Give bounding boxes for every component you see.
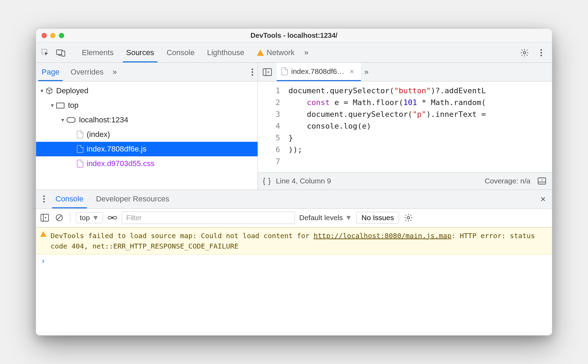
tab-lighthouse[interactable]: Lighthouse [201,43,251,62]
tree-deployed[interactable]: ▼ Deployed [36,84,258,98]
more-editor-tabs-icon[interactable]: » [361,68,372,77]
svg-point-5 [541,49,542,51]
editor-statusbar: { } Line 4, Column 9 Coverage: n/a [258,172,552,190]
tab-network-label: Network [267,48,295,57]
console-prompt[interactable]: › [36,254,552,267]
svg-point-4 [524,51,526,54]
tab-console[interactable]: Console [160,43,201,62]
warning-text-pre: DevTools failed to load source map: Coul… [51,232,314,240]
close-drawer-icon[interactable]: × [537,194,549,205]
svg-point-10 [252,74,253,76]
device-toolbar-icon[interactable] [55,47,66,58]
svg-line-21 [57,216,61,220]
svg-rect-3 [62,51,65,56]
clear-console-icon[interactable] [54,213,64,223]
traffic-lights [42,33,64,38]
minimize-window-button[interactable] [50,33,55,38]
kebab-menu-icon[interactable] [536,47,546,58]
console-toolbar: top ▼ Default levels ▼ No Issues [36,209,552,227]
console-warning-message[interactable]: DevTools failed to load source map: Coul… [36,227,552,254]
context-label: top [80,214,90,222]
titlebar: DevTools - localhost:1234/ [36,29,552,43]
svg-point-16 [43,198,45,200]
drawer-tab-devres[interactable]: Developer Resources [90,190,176,208]
log-levels-select[interactable]: Default levels ▼ [299,214,352,222]
svg-rect-18 [41,214,49,221]
more-tabs-icon[interactable]: » [301,48,312,57]
chevron-down-icon: ▼ [92,214,99,222]
svg-point-6 [541,52,542,53]
svg-point-8 [252,68,253,70]
tree-top-label: top [68,101,79,110]
drawer-tab-console[interactable]: Console [49,190,90,208]
tree-index[interactable]: (index) [36,127,258,142]
code-body[interactable]: document.querySelector("button")?.addEve… [286,81,552,172]
sources-main: ▼ Deployed ▼ top ▼ localhost:1234 (index… [36,81,552,190]
tab-sources[interactable]: Sources [120,43,161,62]
file-icon [77,145,83,153]
execution-context-select[interactable]: top ▼ [76,212,103,223]
svg-point-22 [111,217,113,219]
sources-subtabs-row: Page Overrides » index.7808df6… × » [36,63,552,81]
close-tab-icon[interactable]: × [348,68,356,76]
settings-icon[interactable] [519,47,530,58]
toggle-navigator-icon[interactable] [262,67,273,77]
tab-elements[interactable]: Elements [76,43,120,62]
console-body: DevTools failed to load source map: Coul… [36,227,552,336]
chevron-down-icon: ▼ [345,214,352,222]
drawer-tabs: Console Developer Resources × [36,190,552,209]
svg-point-9 [252,71,253,73]
tree-cssfile[interactable]: index.d9703d55.css [36,156,258,171]
tree-jsfile-label: index.7808df6e.js [87,145,146,154]
window-title: DevTools - localhost:1234/ [36,32,552,40]
warning-url-link[interactable]: http://localhost:8080/main.js.map [314,232,451,240]
tab-network[interactable]: Network [251,43,301,62]
cube-icon [46,87,53,94]
tree-cssfile-label: index.d9703d55.css [87,159,155,168]
cursor-position: Line 4, Column 9 [276,177,331,185]
subtab-overrides[interactable]: Overrides [65,63,109,81]
navigator-menu-icon[interactable] [247,67,258,77]
editor-tab-filename: index.7808df6… [291,67,344,76]
tree-host-label: localhost:1234 [79,115,128,124]
svg-point-17 [43,201,45,203]
tree-host[interactable]: ▼ localhost:1234 [36,113,258,127]
filter-input[interactable] [122,211,295,224]
svg-point-23 [407,217,410,219]
editor-pane: 1234567 document.querySelector("button")… [258,81,552,190]
tree-top[interactable]: ▼ top [36,98,258,113]
pretty-print-button[interactable]: { } [263,176,276,185]
file-tree: ▼ Deployed ▼ top ▼ localhost:1234 (index… [36,81,258,190]
panel-tabs: Elements Sources Console Lighthouse Netw… [36,43,552,63]
show-sidebar-icon[interactable] [537,176,547,186]
console-sidebar-toggle-icon[interactable] [40,213,50,223]
inspect-icon[interactable] [40,47,51,58]
tree-index-label: (index) [87,130,110,139]
maximize-window-button[interactable] [59,33,64,38]
subtab-page[interactable]: Page [36,63,65,81]
warning-icon [257,50,264,56]
file-icon [77,131,83,138]
editor-tab-active[interactable]: index.7808df6… × [277,63,361,81]
file-icon [77,160,83,167]
svg-point-15 [43,196,45,197]
file-icon [282,68,288,75]
issues-button[interactable]: No Issues [356,212,399,224]
close-window-button[interactable] [42,33,47,38]
console-settings-icon[interactable] [403,213,414,223]
more-subtabs-icon[interactable]: » [109,68,120,77]
tree-deployed-label: Deployed [56,86,88,95]
warning-icon [40,231,46,237]
svg-rect-13 [538,178,546,184]
coverage-status: Coverage: n/a [485,177,530,185]
live-expression-icon[interactable] [107,213,118,223]
svg-point-7 [541,54,542,56]
frame-icon [56,103,64,109]
drawer-menu-icon[interactable] [39,194,49,204]
tree-jsfile[interactable]: index.7808df6e.js [36,142,258,156]
levels-label: Default levels [299,214,343,222]
code-area[interactable]: 1234567 document.querySelector("button")… [258,81,552,172]
cloud-icon [67,117,76,123]
devtools-window: DevTools - localhost:1234/ Elements Sour… [36,28,552,336]
line-gutter: 1234567 [258,81,286,172]
